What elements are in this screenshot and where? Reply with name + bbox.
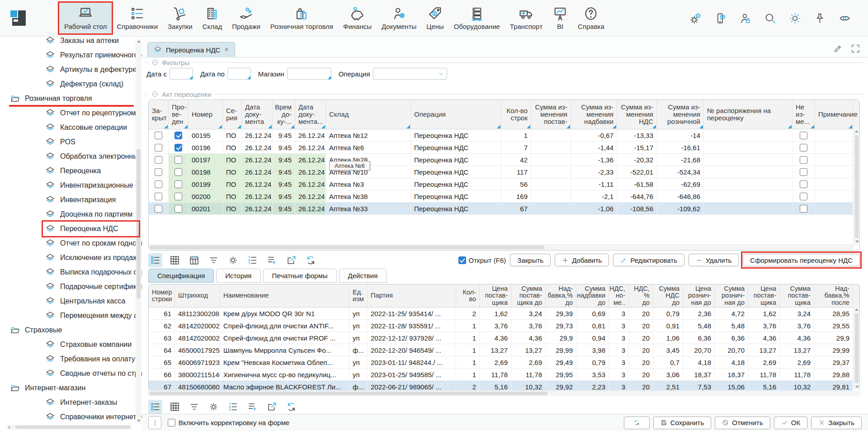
column-header[interactable]: Склад — [326, 100, 411, 129]
sidebar-item-3[interactable]: Дефектура (склад) — [0, 77, 136, 91]
column-header[interactable]: Номер — [189, 100, 223, 129]
column-header[interactable]: Наименование — [220, 284, 349, 307]
list-view-icon[interactable] — [148, 400, 162, 414]
toolbar-item-warehouse[interactable]: Склад — [198, 1, 227, 35]
open-f6-checkbox-group[interactable]: Открыт (F6) — [458, 256, 506, 264]
store-input[interactable] — [287, 68, 331, 80]
refresh-button[interactable] — [624, 417, 650, 429]
row-checkbox[interactable] — [155, 168, 162, 176]
act-row[interactable]: 00198ПО26.12.249:4526.12.24Аптека №10Пер… — [149, 166, 859, 178]
column-header[interactable]: Про- ве- ден — [169, 100, 189, 129]
row-checkbox[interactable] — [155, 193, 162, 200]
spec-row[interactable]: 644650001792525Шампунь Мирролла Сульсен … — [149, 344, 859, 356]
column-header[interactable]: Кол-во строк — [501, 100, 531, 129]
sidebar-item-2[interactable]: Артикулы в дефектуре — [0, 62, 136, 77]
column-header[interactable]: Ед. изм — [349, 284, 368, 307]
sidebar-item-13[interactable]: Переоценка НДС — [0, 222, 136, 236]
sidebar-item-18[interactable]: Центральная касса — [0, 294, 136, 308]
search-icon[interactable] — [764, 12, 776, 24]
cancel-button[interactable]: Отменить — [715, 417, 770, 429]
scrollbar-thumb[interactable] — [855, 313, 859, 383]
collapse-icon[interactable] — [151, 90, 159, 98]
scrollbar-thumb[interactable] — [15, 426, 130, 429]
act-row[interactable]: 00199ПО26.12.249:4526.12.24Аптека №3Пере… — [149, 178, 859, 190]
act-row[interactable]: 00200ПО26.12.249:4526.12.24Аптека №38Пер… — [149, 190, 859, 203]
column-header[interactable]: Сумма из- менения розничной — [657, 100, 704, 129]
column-header[interactable]: Цена рознич- ная до — [683, 284, 715, 307]
sidebar-item-21[interactable]: Страховые компании — [0, 337, 136, 352]
sidebar-item-20[interactable]: Страховые — [0, 323, 136, 337]
row-checkbox[interactable] — [175, 156, 182, 164]
calendar-view-icon[interactable] — [187, 253, 201, 267]
sidebar-item-12[interactable]: Дооценка по партиям — [0, 207, 136, 222]
row-checkbox[interactable] — [155, 132, 162, 139]
fullscreen-icon[interactable] — [850, 43, 861, 54]
spec-vertical-scrollbar[interactable] — [854, 307, 859, 389]
toolbar-item-documents[interactable]: Документы — [377, 1, 421, 35]
tab-pereotsenka-nds[interactable]: Переоценка НДС × — [147, 42, 235, 57]
spec-row[interactable]: 634814202000227Спрей-флюид для очистки P… — [149, 332, 859, 344]
detail-tab-2[interactable]: Печатные формы — [263, 269, 337, 283]
column-header[interactable]: НДС, % до — [629, 284, 653, 307]
sidebar-item-8[interactable]: Обработка электронных рецептов — [0, 149, 136, 164]
date-from-input[interactable] — [170, 68, 193, 80]
filter-icon[interactable] — [207, 253, 221, 267]
column-header[interactable]: Номер строки — [149, 284, 175, 307]
column-header[interactable]: № распоряжения на переоценку — [704, 100, 793, 129]
add-list-icon[interactable] — [245, 400, 259, 414]
refresh-icon[interactable] — [304, 253, 318, 267]
column-header[interactable]: Сумма надбавки до — [576, 284, 609, 307]
toolbar-item-purchases[interactable]: Закупки — [163, 1, 198, 35]
toolbar-item-equipment[interactable]: Оборудование — [449, 1, 505, 35]
date-to-input[interactable] — [227, 68, 251, 80]
column-header[interactable]: Партия — [368, 284, 456, 307]
generate-revaluation-button[interactable]: Сформировать переоценку НДС — [743, 254, 860, 266]
column-header[interactable]: Дата доку- мента — [242, 100, 273, 129]
sidebar-item-4[interactable]: Розничная торговля — [0, 91, 136, 106]
column-header[interactable]: Сумма рознич- ная до — [715, 284, 748, 307]
row-checkbox[interactable] — [800, 144, 807, 152]
column-header[interactable]: НДС, но- ме.. — [609, 284, 629, 307]
sidebar-item-15[interactable]: Исключение из продажи по сроку г — [0, 251, 136, 265]
sidebar-item-1[interactable]: Результат приемочного контроля — [0, 48, 136, 62]
scrollbar-thumb[interactable] — [150, 246, 544, 249]
sidebar-item-19[interactable]: Перемещения между аптеками — [0, 308, 136, 323]
toolbar-item-prices[interactable]: Цены — [421, 1, 449, 35]
column-header[interactable]: Сумма из- менения постав- — [531, 100, 571, 129]
refresh-icon[interactable] — [284, 400, 298, 414]
column-header[interactable]: Над- бавка,% до — [546, 284, 576, 307]
add-list-icon[interactable] — [265, 253, 279, 267]
numbered-list-icon[interactable] — [226, 400, 240, 414]
row-checkbox[interactable] — [175, 193, 182, 200]
messages-icon[interactable] — [714, 12, 726, 24]
theme-icon[interactable] — [789, 12, 801, 24]
sidebar-horizontal-scrollbar[interactable] — [6, 425, 132, 430]
detail-tab-1[interactable]: История — [216, 269, 260, 283]
sidebar-item-7[interactable]: POS — [0, 135, 136, 149]
row-checkbox[interactable] — [800, 168, 807, 176]
act-row[interactable]: 00195ПО26.12.249:4526.12.24Аптека №12Пер… — [149, 129, 859, 142]
collapse-icon[interactable] — [151, 59, 159, 66]
sidebar-item-26[interactable]: Справочники интернет магазина — [0, 410, 136, 424]
column-header[interactable]: Дата доку- мента... — [295, 100, 326, 129]
ok-button[interactable]: ОК — [774, 417, 807, 429]
numbered-list-icon[interactable] — [245, 253, 259, 267]
sidebar-item-22[interactable]: Требования на оплату — [0, 352, 136, 366]
sidebar-item-11[interactable]: Инвентаризация — [0, 193, 136, 207]
toolbar-item-desktop[interactable]: Рабочий стол — [59, 1, 112, 35]
spec-row[interactable]: 614811230020838Крем д/рук MODO QR 30г N1… — [149, 308, 859, 320]
operation-select[interactable] — [373, 68, 447, 80]
adjustment-checkbox[interactable] — [168, 419, 175, 426]
profile-icon[interactable] — [739, 12, 751, 24]
add-button[interactable]: Добавить — [555, 254, 609, 266]
sidebar-item-25[interactable]: Интернет-заказы — [0, 395, 136, 410]
row-checkbox[interactable] — [175, 144, 182, 152]
act-row[interactable]: 00197ПО26.12.249:4526.12.24Аптека №28Пер… — [149, 154, 859, 166]
tab-close-icon[interactable]: × — [224, 46, 228, 54]
row-checkbox[interactable] — [800, 193, 807, 200]
spec-horizontal-scrollbar[interactable] — [148, 391, 860, 396]
column-header[interactable]: Штрихкод — [175, 284, 220, 307]
spec-row[interactable]: 624814202000203Спрей-флюид для очистки A… — [149, 320, 859, 332]
column-header[interactable]: Примечание — [815, 100, 853, 129]
sidebar-item-17[interactable]: Подарочные сертификаты — [0, 279, 136, 294]
